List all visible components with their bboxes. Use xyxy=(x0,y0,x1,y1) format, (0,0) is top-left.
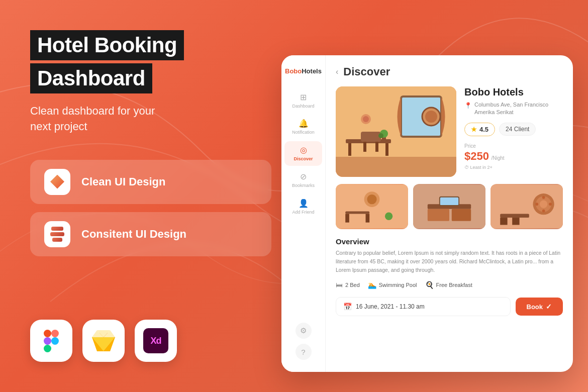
rating-row: ★ 4.5 24 Client xyxy=(464,123,563,136)
svg-point-46 xyxy=(540,201,547,208)
svg-point-49 xyxy=(542,196,545,199)
sidebar-item-notification[interactable]: 🔔 Notification xyxy=(284,115,322,139)
bookmarks-label: Bookmarks xyxy=(292,183,315,188)
diamond-icon xyxy=(50,175,64,189)
amenity-pool: 🏊 Swimming Pool xyxy=(368,281,417,289)
svg-point-36 xyxy=(385,213,393,220)
amenity-breakfast-label: Free Breakfast xyxy=(436,282,472,288)
sketch-tool-icon xyxy=(82,320,125,362)
rating-value: 4.5 xyxy=(479,126,488,133)
gallery-thumb-2[interactable] xyxy=(413,184,485,229)
feature-label-consistent-ui: Consitent UI Design xyxy=(81,228,186,241)
svg-rect-21 xyxy=(363,142,366,152)
dashboard-label: Dashboard xyxy=(292,104,314,109)
check-icon: ✓ xyxy=(546,303,552,311)
feature-label-clean-ui: Clean UI Design xyxy=(81,175,165,188)
left-panel: Hotel Booking Dashboard Clean dashboard … xyxy=(30,30,271,256)
sidebar-nav: ⊞ Dashboard 🔔 Notification ◎ Discover ⊘ … xyxy=(281,88,325,219)
sidebar-logo: BoboHotels xyxy=(285,67,322,75)
svg-rect-0 xyxy=(44,330,51,337)
svg-rect-40 xyxy=(452,209,471,221)
layers-icon xyxy=(50,227,64,242)
svg-rect-33 xyxy=(345,212,369,214)
svg-rect-41 xyxy=(440,197,459,206)
svg-rect-14 xyxy=(336,157,456,177)
svg-rect-52 xyxy=(500,218,507,225)
feature-icon-diamond xyxy=(44,169,70,195)
calendar-icon: 📅 xyxy=(343,303,352,311)
svg-rect-20 xyxy=(361,132,381,142)
figma-tool-icon xyxy=(30,320,72,362)
xd-icon: Xd xyxy=(143,328,168,353)
book-label: Book xyxy=(527,303,543,311)
svg-rect-22 xyxy=(375,142,378,152)
svg-point-47 xyxy=(535,203,538,206)
rating-badge: ★ 4.5 xyxy=(464,123,495,136)
bed-icon: 🛏 xyxy=(336,281,343,289)
svg-rect-53 xyxy=(512,218,519,225)
hotel-address: 📍 Columbus Ave, San Francisco Amerika Se… xyxy=(464,101,563,117)
svg-rect-2 xyxy=(44,337,51,345)
discover-label: Discover xyxy=(293,156,313,162)
amenity-bed: 🛏 2 Bed xyxy=(336,281,360,289)
book-button[interactable]: Book ✓ xyxy=(516,298,563,316)
booking-bar: 📅 16 June, 2021 - 11.30 am Book ✓ xyxy=(336,297,563,316)
sketch-icon xyxy=(91,329,116,352)
svg-point-4 xyxy=(51,337,59,345)
back-button[interactable]: ‹ xyxy=(336,67,338,76)
title-block: Hotel Booking Dashboard xyxy=(30,30,271,93)
svg-point-29 xyxy=(363,116,369,122)
gallery-thumb-1[interactable] xyxy=(336,184,408,229)
help-button[interactable]: ? xyxy=(296,344,312,360)
svg-rect-1 xyxy=(51,330,59,337)
sidebar-item-dashboard[interactable]: ⊞ Dashboard xyxy=(284,88,322,113)
xd-tool-icon: Xd xyxy=(135,320,177,362)
price-label: Price xyxy=(464,143,563,149)
price-display: $250 /Night xyxy=(464,150,563,163)
hotel-name: Bobo Hotels xyxy=(464,86,563,98)
hotel-section: Bobo Hotels 📍 Columbus Ave, San Francisc… xyxy=(336,86,563,177)
feature-item-consistent-ui: Consitent UI Design xyxy=(30,212,271,256)
svg-point-27 xyxy=(425,111,437,123)
notification-icon: 🔔 xyxy=(299,119,309,128)
overview-title: Overview xyxy=(336,237,563,246)
amenity-bed-label: 2 Bed xyxy=(345,282,360,288)
feature-item-clean-ui: Clean UI Design xyxy=(30,160,271,204)
main-header: ‹ Discover xyxy=(336,65,563,78)
tool-icons: Xd xyxy=(30,320,177,362)
price-section: Price $250 /Night ⏱ Least in 2+ xyxy=(464,143,563,170)
sidebar-item-discover[interactable]: ◎ Discover xyxy=(284,141,322,166)
svg-rect-18 xyxy=(348,143,351,156)
least-info: ⏱ Least in 2+ xyxy=(464,165,563,170)
main-content: ‹ Discover xyxy=(326,55,573,372)
notification-label: Notification xyxy=(292,130,315,135)
amenity-pool-label: Swimming Pool xyxy=(379,282,417,288)
sidebar-bottom: ⚙ ? xyxy=(296,323,312,360)
breakfast-icon: 🍳 xyxy=(425,281,434,289)
svg-point-25 xyxy=(378,133,383,138)
svg-point-50 xyxy=(542,210,545,213)
date-picker[interactable]: 📅 16 June, 2021 - 11.30 am xyxy=(336,297,511,316)
svg-rect-51 xyxy=(500,214,529,218)
svg-rect-19 xyxy=(385,143,388,156)
page-title: Discover xyxy=(343,65,390,78)
add-friend-label: Add Friend xyxy=(292,210,314,215)
svg-rect-34 xyxy=(345,214,349,222)
sidebar-item-bookmarks[interactable]: ⊘ Bookmarks xyxy=(284,168,322,192)
dashboard-card: BoboHotels ⊞ Dashboard 🔔 Notification ◎ … xyxy=(281,55,573,372)
hotel-info: Bobo Hotels 📍 Columbus Ave, San Francisc… xyxy=(464,86,563,177)
figma-icon xyxy=(41,329,61,353)
sidebar-item-add-friend[interactable]: 👤 Add Friend xyxy=(284,194,322,219)
date-value: 16 June, 2021 - 11.30 am xyxy=(356,303,425,310)
price-unit: /Night xyxy=(491,155,504,161)
amenities-row: 🛏 2 Bed 🏊 Swimming Pool 🍳 Free Breakfast xyxy=(336,281,563,289)
gallery-thumb-3[interactable] xyxy=(491,184,563,229)
gallery-row xyxy=(336,184,563,229)
svg-point-32 xyxy=(367,194,376,204)
settings-button[interactable]: ⚙ xyxy=(296,323,312,339)
svg-point-48 xyxy=(549,203,552,206)
title-line2: Dashboard xyxy=(30,63,152,93)
star-icon: ★ xyxy=(471,126,477,133)
dashboard-icon: ⊞ xyxy=(300,92,307,102)
svg-rect-35 xyxy=(366,214,370,222)
